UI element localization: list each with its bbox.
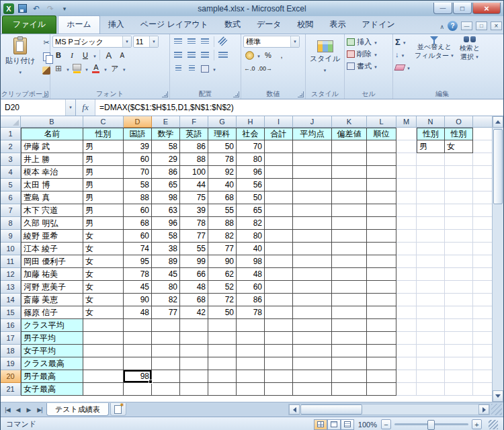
help-icon[interactable] xyxy=(448,21,458,31)
cell-F21[interactable] xyxy=(180,383,208,396)
cell-G11[interactable]: 90 xyxy=(208,255,237,268)
cell-H7[interactable]: 65 xyxy=(237,204,265,217)
cell-filler[interactable] xyxy=(473,191,493,204)
cell-C6[interactable]: 男 xyxy=(83,191,124,204)
cell-B9[interactable]: 綾野 亜希 xyxy=(21,230,83,243)
row-header-1[interactable]: 1 xyxy=(1,128,21,140)
cell-J3[interactable] xyxy=(293,153,332,166)
column-header-B[interactable]: B xyxy=(21,116,83,128)
cell-G5[interactable]: 40 xyxy=(208,179,237,191)
name-box-dropdown-icon[interactable] xyxy=(65,99,75,116)
cell-C12[interactable]: 女 xyxy=(83,268,124,281)
format-cells-button[interactable]: 書式 xyxy=(347,60,390,72)
cell-filler[interactable] xyxy=(473,268,493,281)
cell-O12[interactable] xyxy=(445,268,473,281)
font-size-combo[interactable]: 11 xyxy=(133,36,159,48)
font-color-button[interactable]: A xyxy=(90,62,102,75)
next-sheet-icon[interactable] xyxy=(24,404,34,415)
sheet-tab-active[interactable]: テスト成績表 xyxy=(46,403,109,416)
cell-I2[interactable] xyxy=(265,140,293,153)
cell-L18[interactable] xyxy=(367,345,396,357)
cell-O10[interactable] xyxy=(445,243,473,255)
cell-B8[interactable]: 久部 明弘 xyxy=(21,217,83,230)
cell-O18[interactable] xyxy=(445,345,473,357)
fill-color-button[interactable] xyxy=(71,62,83,75)
cell-K20[interactable] xyxy=(332,370,367,383)
cell-H6[interactable]: 50 xyxy=(237,191,265,204)
cell-M11[interactable] xyxy=(396,255,417,268)
cell-F8[interactable]: 78 xyxy=(180,217,208,230)
vertical-scrollbar-thumb[interactable] xyxy=(493,129,503,204)
cell-H20[interactable] xyxy=(237,370,265,383)
cell-F16[interactable] xyxy=(180,319,208,332)
cell-F1[interactable]: 英語 xyxy=(180,128,208,140)
scroll-up-icon[interactable] xyxy=(493,116,503,128)
cell-J20[interactable] xyxy=(293,370,332,383)
cell-H13[interactable]: 60 xyxy=(237,281,265,294)
cell-D15[interactable]: 48 xyxy=(124,306,152,319)
row-header-15[interactable]: 15 xyxy=(1,306,21,319)
cell-M18[interactable] xyxy=(396,345,417,357)
row-header-8[interactable]: 8 xyxy=(1,217,21,230)
grow-font-button[interactable]: A xyxy=(103,49,115,61)
redo-button[interactable] xyxy=(44,3,56,14)
cell-K9[interactable] xyxy=(332,230,367,243)
cell-B14[interactable]: 斎藤 美恵 xyxy=(21,294,83,306)
cell-I16[interactable] xyxy=(265,319,293,332)
cell-N4[interactable] xyxy=(417,166,445,179)
cell-H5[interactable]: 56 xyxy=(237,179,265,191)
row-header-17[interactable]: 17 xyxy=(1,332,21,345)
cell-M9[interactable] xyxy=(396,230,417,243)
align-bottom-button[interactable] xyxy=(199,36,211,48)
cell-E20[interactable] xyxy=(152,370,180,383)
cell-B5[interactable]: 太田 博 xyxy=(21,179,83,191)
cell-C17[interactable] xyxy=(83,332,124,345)
cell-D2[interactable]: 39 xyxy=(124,140,152,153)
cell-H14[interactable]: 86 xyxy=(237,294,265,306)
insert-worksheet-tab[interactable] xyxy=(110,403,126,416)
cell-I5[interactable] xyxy=(265,179,293,191)
tab-view[interactable]: 表示 xyxy=(322,16,354,34)
scroll-down-icon[interactable] xyxy=(493,390,503,402)
decrease-decimal-button[interactable]: .00→ xyxy=(257,62,274,75)
cell-K18[interactable] xyxy=(332,345,367,357)
cell-styles-button[interactable]: スタイル xyxy=(308,38,342,75)
align-middle-button[interactable] xyxy=(185,36,198,48)
underline-dropdown-icon[interactable] xyxy=(93,50,97,60)
cell-J2[interactable] xyxy=(293,140,332,153)
cell-O6[interactable] xyxy=(445,191,473,204)
cell-H3[interactable]: 80 xyxy=(237,153,265,166)
zoom-slider-track[interactable] xyxy=(394,423,468,425)
cell-K4[interactable] xyxy=(332,166,367,179)
cell-filler[interactable] xyxy=(473,217,493,230)
alignment-dialog-launcher-icon[interactable] xyxy=(233,91,239,97)
cell-I9[interactable] xyxy=(265,230,293,243)
cell-E5[interactable]: 65 xyxy=(152,179,180,191)
cell-I3[interactable] xyxy=(265,153,293,166)
cell-B17[interactable]: 男子平均 xyxy=(21,332,83,345)
cell-M5[interactable] xyxy=(396,179,417,191)
cell-L4[interactable] xyxy=(367,166,396,179)
cell-D20[interactable]: 98 xyxy=(124,370,152,383)
cell-C4[interactable]: 男 xyxy=(83,166,124,179)
underline-button[interactable]: U xyxy=(79,49,91,61)
cell-N13[interactable] xyxy=(417,281,445,294)
scroll-left-icon[interactable] xyxy=(289,404,300,415)
cell-I7[interactable] xyxy=(265,204,293,217)
row-header-13[interactable]: 13 xyxy=(1,281,21,294)
cell-G19[interactable] xyxy=(208,357,237,370)
cell-B12[interactable]: 加藤 祐美 xyxy=(21,268,83,281)
tab-review[interactable]: 校閲 xyxy=(290,16,322,34)
cell-filler[interactable] xyxy=(473,166,493,179)
cell-L15[interactable] xyxy=(367,306,396,319)
tab-home[interactable]: ホーム xyxy=(58,15,100,34)
cell-I12[interactable] xyxy=(265,268,293,281)
cell-J21[interactable] xyxy=(293,383,332,396)
cell-J12[interactable] xyxy=(293,268,332,281)
column-header-H[interactable]: H xyxy=(237,116,265,128)
cell-L3[interactable] xyxy=(367,153,396,166)
column-header-M[interactable]: M xyxy=(396,116,417,128)
cell-M14[interactable] xyxy=(396,294,417,306)
cell-I21[interactable] xyxy=(265,383,293,396)
cell-K14[interactable] xyxy=(332,294,367,306)
